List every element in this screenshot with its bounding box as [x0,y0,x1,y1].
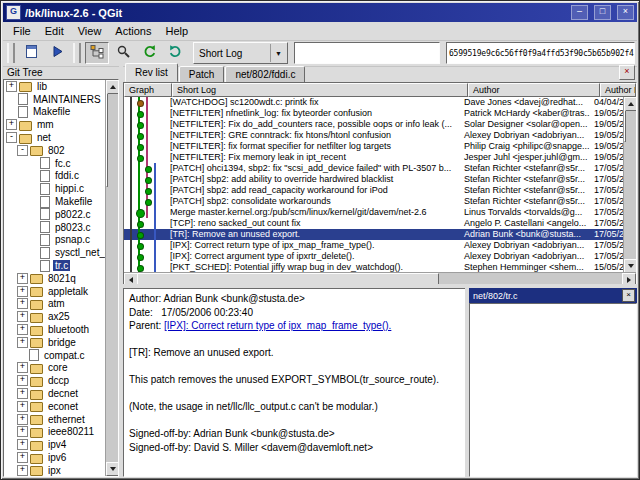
expand-icon[interactable]: + [17,414,28,425]
tree-view-toggle[interactable] [85,42,109,64]
rev-row-netfilter-nfnetlink-lo[interactable]: [NETFILTER] nfnetlink_log: fix byteorder… [124,108,636,119]
sha-field[interactable]: 6599519e9c6c56ff0f9a4ffd53f90c5b65b902f4 [446,42,635,64]
tree-item-fddi-c[interactable]: fddi.c [4,170,106,183]
tree-item-ethernet[interactable]: +ethernet [4,413,106,426]
expand-icon[interactable]: + [6,119,17,130]
tree-item-bluetooth[interactable]: +bluetooth [4,323,106,336]
collapse-icon[interactable]: - [17,145,28,156]
rev-row-netfilter-fix-memory[interactable]: [NETFILTER]: Fix memory leak in ipt_rece… [124,152,636,163]
tree-scroll-down-icon[interactable] [106,462,119,476]
column-header-short-log[interactable]: Short Log [172,83,468,97]
refresh-button[interactable] [137,42,161,64]
forward-button[interactable] [45,42,69,64]
column-header-author-date[interactable]: Author Date [600,83,636,97]
filter-input[interactable] [294,42,440,64]
tree-item-sysctl-net-802-c[interactable]: sysctl_net_802.c [4,246,106,259]
rev-row-patch-sbp2-add-abilit[interactable]: [PATCH] sbp2: add ability to override ha… [124,174,636,185]
expand-icon[interactable]: + [17,465,28,476]
expand-icon[interactable]: + [17,311,28,322]
menu-help[interactable]: Help [158,24,195,38]
tree-item-ipv6[interactable]: +ipv6 [4,451,106,464]
reload-repository-button[interactable] [163,42,187,64]
expand-icon[interactable]: + [17,273,28,284]
menu-actions[interactable]: Actions [108,24,158,38]
revlist-scroll-up-icon[interactable] [624,97,637,111]
close-tab-button[interactable]: × [619,65,635,80]
find-button[interactable] [111,42,135,64]
tree-item-decnet[interactable]: +decnet [4,387,106,400]
rev-row-ipx-correct-argument[interactable]: [IPX]: Correct argument type of ipxrtr_d… [124,251,636,262]
tree-item-tr-c[interactable]: tr.c [4,259,106,272]
tree-item-bridge[interactable]: +bridge [4,336,106,349]
tree-item-8021q[interactable]: +8021q [4,272,106,285]
open-repository-button[interactable] [19,42,43,64]
menu-file[interactable]: File [6,24,38,38]
tree-item-appletalk[interactable]: +appletalk [4,285,106,298]
rev-row-patch-ohci1394-sbp2[interactable]: [PATCH] ohci1394, sbp2: fix "scsi_add_de… [124,163,636,174]
tab-rev-list[interactable]: Rev list [125,63,178,82]
toolbar-handle[interactable] [7,43,15,63]
expand-icon[interactable]: + [6,81,17,92]
menu-view[interactable]: View [71,24,109,38]
tree-item-mm[interactable]: +mm [4,118,106,131]
tree-scroll-thumb[interactable] [106,93,108,187]
minimize-button[interactable]: – [571,5,588,20]
tree-item-makefile[interactable]: Makefile [4,106,106,119]
rev-row-tcp-reno-sacked-out-c[interactable]: [TCP]: reno sacked_out count fixAngelo P… [124,218,636,229]
tree-item-makefile[interactable]: Makefile [4,195,106,208]
tree-item-atm[interactable]: +atm [4,298,106,311]
parent-commit-link[interactable]: [IPX]: Correct return type of ipx_map_fr… [164,320,391,331]
tree-item-lib[interactable]: +lib [4,80,106,93]
file-viewer-close-icon[interactable]: × [622,289,635,302]
expand-icon[interactable]: + [17,426,28,437]
revlist-vertical-scrollbar[interactable] [623,97,636,273]
tree-item-ax25[interactable]: +ax25 [4,310,106,323]
maximize-button[interactable]: □ [594,5,611,20]
expand-icon[interactable]: + [17,452,28,463]
menu-edit[interactable]: Edit [38,24,71,38]
column-header-graph[interactable]: Graph [124,83,172,97]
tree-item-ipv4[interactable]: +ipv4 [4,438,106,451]
expand-icon[interactable]: + [17,337,28,348]
tree-scroll-up-icon[interactable] [106,80,119,94]
tree-item-fc-c[interactable]: fc.c [4,157,106,170]
expand-icon[interactable]: + [17,298,28,309]
expand-icon[interactable]: + [17,401,28,412]
tab-net-802-fddi-c[interactable]: net/802/fddi.c [225,66,305,83]
rev-row-patch-sbp2-add-read-c[interactable]: [PATCH] sbp2: add read_capacity workarou… [124,185,636,196]
revlist-scroll-thumb[interactable] [624,110,626,142]
rev-row-netfilter-fix-do-add[interactable]: [NETFILTER]: Fix do_add_counters race, p… [124,119,636,130]
tree-item-econet[interactable]: +econet [4,400,106,413]
rev-row-watchdog-sc1200wdt-c[interactable]: [WATCHDOG] sc1200wdt.c: printk fixDave J… [124,97,636,108]
tree-item-net[interactable]: -net [4,131,106,144]
tree-item-802[interactable]: -802 [4,144,106,157]
file-viewer-titlebar[interactable]: net/802/tr.c × [469,288,637,303]
expand-icon[interactable]: + [17,388,28,399]
tree-item-hippi-c[interactable]: hippi.c [4,182,106,195]
close-button[interactable]: × [617,5,634,20]
rev-row-tr-remove-an-unused-e[interactable]: [TR]: Remove an unused export.Adrian Bun… [124,229,636,240]
tree-item-maintainers[interactable]: MAINTAINERS [4,93,106,106]
tree-scrollbar[interactable] [105,80,118,476]
tree-item-ipx[interactable]: +ipx [4,464,106,476]
rev-row-netfilter-fix-format[interactable]: [NETFILTER]: fix format specifier for ne… [124,141,636,152]
expand-icon[interactable]: + [17,286,28,297]
expand-icon[interactable]: + [17,324,28,335]
revlist-scroll-down-icon[interactable] [624,259,637,273]
tree-item-core[interactable]: +core [4,362,106,375]
tree-item-p8023-c[interactable]: p8023.c [4,221,106,234]
tree-item-p8022-c[interactable]: p8022.c [4,208,106,221]
expand-icon[interactable]: + [17,362,28,373]
rev-row-patch-sbp2-consolidat[interactable]: [PATCH] sbp2: consolidate workaroundsSte… [124,196,636,207]
collapse-icon[interactable]: - [6,132,17,143]
tree-item-compat-c[interactable]: compat.c [4,349,106,362]
file-content[interactable] [469,303,637,477]
rev-row-ipx-correct-return-ty[interactable]: [IPX]: Correct return type of ipx_map_fr… [124,240,636,251]
rev-row-merge-master-kernel-org[interactable]: Merge master.kernel.org:/pub/scm/linux/k… [124,207,636,218]
tree-item-dccp[interactable]: +dccp [4,374,106,387]
column-header-author[interactable]: Author [468,83,600,97]
view-mode-select[interactable]: Short Log ▼ [193,42,288,64]
rev-row-netfilter-gre-conntra[interactable]: [NETFILTER]: GRE conntrack: fix htons/ht… [124,130,636,141]
tree-item-ieee80211[interactable]: +ieee80211 [4,426,106,439]
title-bar[interactable]: G /bk/linux-2.6 - QGit – □ × [3,3,637,22]
